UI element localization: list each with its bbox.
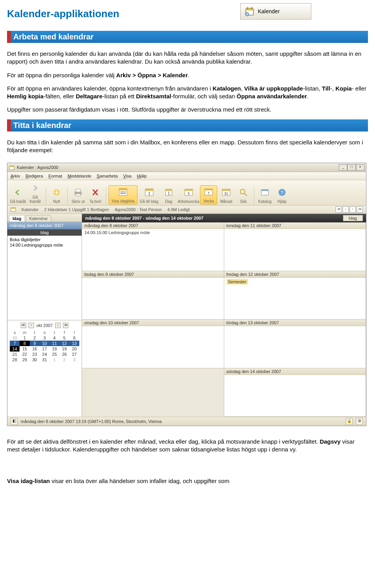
event-item[interactable]: 14:00-15:00 Ledningsgrupps möte	[84, 230, 150, 235]
svg-rect-9	[76, 189, 80, 192]
toolbar-forward[interactable]: Gå framåt	[27, 182, 43, 204]
minical-prev-year[interactable]: ≪	[21, 323, 26, 328]
svg-rect-14	[120, 193, 126, 194]
svg-text:?: ?	[280, 190, 283, 195]
kalender-badge-label: Kalender	[258, 8, 280, 14]
statusbar-lock-icon[interactable]: 🔒	[346, 418, 353, 425]
menu-meddelande[interactable]: Meddelande	[68, 174, 91, 178]
menu-arkiv[interactable]: Arkiv	[11, 174, 20, 178]
catalog-icon	[260, 188, 270, 197]
toolbar-day[interactable]: 1 Dag	[161, 186, 177, 204]
daycell-sat[interactable]: lördag den 13 oktober 2007	[224, 320, 366, 368]
toolbar-workweek[interactable]: 5 Arbetsvecka	[178, 186, 199, 204]
app-icon	[9, 165, 14, 170]
daycell-thu[interactable]: torsdag den 11 oktober 2007	[224, 222, 366, 271]
info-counts: 2 Händelser 1 Uppgift 1 Borttagen	[44, 207, 109, 212]
svg-point-30	[240, 189, 245, 194]
svg-rect-16	[145, 189, 153, 191]
minical-next-month[interactable]: ›	[55, 323, 61, 328]
menu-format[interactable]: Format	[48, 174, 62, 178]
para-views: Du kan titta i din kalender på samma sät…	[7, 139, 368, 155]
nav-last[interactable]: ≫	[357, 206, 363, 213]
window-title: Kalender : Agora2000	[17, 165, 58, 170]
tab-kalendrar[interactable]: Kalendrar	[26, 215, 52, 222]
maximize-button[interactable]: □	[347, 164, 356, 171]
svg-rect-6	[9, 166, 14, 167]
nav-prev[interactable]: ‹	[343, 206, 349, 213]
minical-grid[interactable]: smtotfl 30123456 78910111213 14151617181…	[10, 330, 79, 362]
calendar-icon	[245, 6, 255, 16]
daycell-tue[interactable]: tisdag den 9 oktober 2007	[82, 271, 224, 320]
kalender-badge: Kalender	[240, 3, 311, 20]
toolbar-gotoday[interactable]: 1 Gå till Idag	[138, 186, 160, 204]
mini-calendar: ≪ ‹ okt 2007 › ≫ smtotfl 30123456 789101…	[7, 320, 82, 417]
svg-rect-12	[119, 188, 127, 190]
menu-hjalp[interactable]: Hjälp	[137, 174, 147, 178]
toolbar-month[interactable]: 31 Månad	[218, 186, 234, 204]
minical-month-label: okt 2007	[36, 323, 53, 328]
menu-samarbeta[interactable]: Samarbeta	[97, 174, 118, 178]
day-icon: 1	[164, 188, 173, 197]
toolbar-catalog[interactable]: Katalog	[257, 186, 273, 204]
info-kalender: Kalender	[21, 207, 39, 212]
event-item[interactable]: Semester	[227, 279, 248, 284]
titlebar: Kalender : Agora2000 _ □ ×	[7, 163, 366, 172]
para-open-user: För att öppna en användares kalender, öp…	[7, 85, 368, 101]
statusbar-icon[interactable]: ◧	[11, 418, 18, 425]
calendar-small-icon	[11, 207, 16, 212]
toolbar-week[interactable]: 7 Vecka	[200, 185, 217, 204]
page-title: Kalender-applikationen	[7, 8, 368, 20]
toolbar-back[interactable]: Gå bakåt	[10, 186, 26, 204]
gotoday-icon: 1	[144, 187, 154, 197]
nav-first[interactable]: ≪	[336, 206, 342, 213]
para-subwindow: För att se det aktiva delfönstret i en k…	[7, 438, 368, 454]
minical-next-year[interactable]: ≫	[63, 323, 68, 328]
minical-prev-month[interactable]: ‹	[29, 323, 34, 328]
help-icon: ?	[277, 188, 287, 197]
svg-text:1: 1	[148, 191, 150, 196]
menu-visa[interactable]: Visa	[123, 174, 131, 178]
svg-line-31	[245, 194, 247, 196]
svg-rect-37	[11, 208, 16, 209]
info-row: Kalender 2 Händelser 1 Uppgift 1 Borttag…	[7, 206, 366, 214]
daycell-sun[interactable]: söndag den 14 oktober 2007	[224, 368, 366, 417]
week-grid: måndag den 8 oktober 2007 14:00-15:00 Le…	[82, 222, 366, 417]
tab-idag[interactable]: Idag	[9, 215, 25, 222]
back-icon	[13, 188, 23, 197]
daycell-wed[interactable]: onsdag den 10 oktober 2007	[82, 320, 224, 368]
minimize-button[interactable]: _	[339, 164, 347, 171]
workweek-icon: 5	[184, 188, 193, 197]
para-overdue: Uppgifter som passerat färdigdatum visas…	[7, 106, 368, 114]
calendar-app-window: Kalender : Agora2000 _ □ × Arkiv Rediger…	[7, 163, 366, 426]
svg-rect-2	[247, 7, 248, 9]
daycell-mon[interactable]: måndag den 8 oktober 2007 14:00-15:00 Le…	[82, 222, 224, 271]
toolbar-print[interactable]: Skriv ut	[70, 186, 86, 204]
svg-rect-25	[205, 189, 212, 190]
toolbar-delete[interactable]: Ta bort	[87, 186, 104, 204]
para-intro: Det finns en personlig kalender du kan a…	[7, 50, 368, 66]
svg-rect-1	[246, 8, 254, 10]
daycell-fri[interactable]: fredag den 12 oktober 2007 Semester	[224, 271, 366, 320]
svg-rect-33	[261, 190, 268, 191]
task-item[interactable]: 14:00 Ledningsgrupps möte	[10, 242, 79, 248]
svg-text:5: 5	[188, 192, 189, 195]
month-icon: 31	[221, 188, 231, 197]
toolbar-new[interactable]: Nytt	[48, 186, 65, 204]
svg-rect-19	[166, 189, 172, 191]
toolbar-help[interactable]: ? Hjälp	[274, 186, 290, 204]
nav-next[interactable]: ›	[350, 206, 356, 213]
toolbar-search[interactable]: Sök	[235, 186, 252, 204]
svg-rect-10	[76, 194, 80, 196]
week-header: måndag den 8 oktober 2007 - söndag den 1…	[82, 214, 366, 222]
print-icon	[73, 188, 83, 197]
statusbar-config-icon[interactable]: ⚙	[356, 418, 363, 425]
svg-point-4	[245, 12, 249, 16]
toolbar-todaylist[interactable]: Visa idaglista	[109, 185, 138, 204]
close-button[interactable]: ×	[356, 164, 364, 171]
daycell-empty	[82, 368, 224, 417]
task-item[interactable]: Boka tågbiljetter	[10, 237, 79, 242]
goto-today-button[interactable]: Idag	[343, 215, 363, 221]
new-icon	[52, 188, 61, 197]
left-today-bar: Idag	[7, 229, 82, 236]
menu-redigera[interactable]: Redigera	[25, 174, 43, 178]
